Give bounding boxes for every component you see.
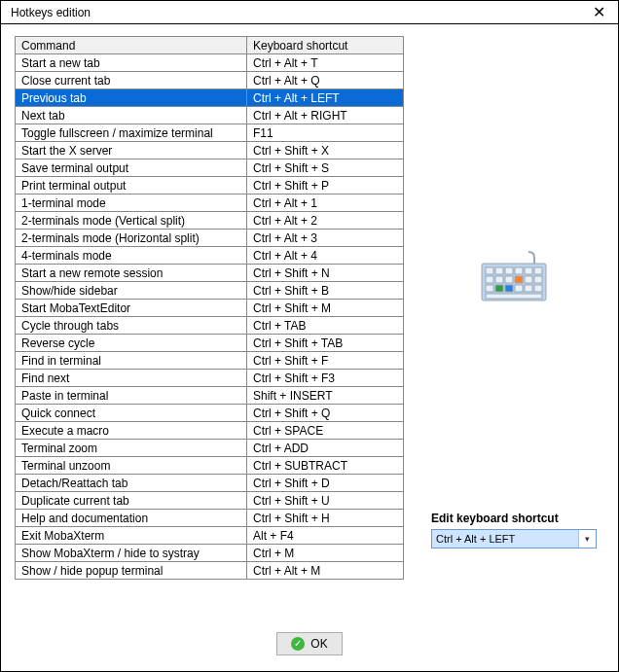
cell-command: Paste in terminal <box>16 387 247 405</box>
cell-shortcut: Ctrl + TAB <box>247 317 404 335</box>
ok-button[interactable]: ✓ OK <box>276 632 342 655</box>
cell-command: Cycle through tabs <box>16 317 247 335</box>
cell-shortcut: Ctrl + Shift + N <box>247 265 404 282</box>
shortcut-combobox[interactable]: Ctrl + Alt + LEFT ▾ <box>431 529 597 548</box>
cell-shortcut: Ctrl + Shift + B <box>247 282 404 300</box>
cell-shortcut: Ctrl + Shift + Q <box>247 405 404 422</box>
cell-shortcut: Ctrl + Shift + TAB <box>247 335 404 352</box>
cell-shortcut: Ctrl + Alt + 3 <box>247 230 404 247</box>
titlebar: Hotkeys edition ✕ <box>1 1 618 24</box>
hotkeys-table[interactable]: Command Keyboard shortcut Start a new ta… <box>15 36 404 580</box>
table-row[interactable]: Terminal unzoomCtrl + SUBTRACT <box>16 457 404 475</box>
table-row[interactable]: Find nextCtrl + Shift + F3 <box>16 370 404 387</box>
cell-shortcut: Ctrl + Shift + M <box>247 300 404 317</box>
table-row[interactable]: Detach/Reattach tabCtrl + Shift + D <box>16 475 404 492</box>
shortcut-value: Ctrl + Alt + LEFT <box>432 530 578 548</box>
table-row[interactable]: Start the X serverCtrl + Shift + X <box>16 142 404 159</box>
cell-command: Save terminal output <box>16 159 247 177</box>
cell-command: Detach/Reattach tab <box>16 475 247 492</box>
header-command[interactable]: Command <box>16 37 247 54</box>
table-row[interactable]: Show / hide popup terminalCtrl + Alt + M <box>16 562 404 580</box>
cell-command: Show / hide popup terminal <box>16 562 247 580</box>
cell-shortcut: Shift + INSERT <box>247 387 404 405</box>
cell-command: Print terminal output <box>16 177 247 195</box>
cell-shortcut: Ctrl + Shift + X <box>247 142 404 159</box>
table-row[interactable]: Terminal zoomCtrl + ADD <box>16 440 404 457</box>
table-row[interactable]: Start MobaTextEditorCtrl + Shift + M <box>16 300 404 317</box>
table-row[interactable]: Close current tabCtrl + Alt + Q <box>16 72 404 89</box>
cell-command: Terminal unzoom <box>16 457 247 475</box>
table-row[interactable]: Duplicate current tabCtrl + Shift + U <box>16 492 404 510</box>
cell-command: 2-terminals mode (Horizontal split) <box>16 230 247 247</box>
close-button[interactable]: ✕ <box>587 5 610 20</box>
svg-rect-10 <box>525 276 532 283</box>
cell-command: Show/hide sidebar <box>16 282 247 300</box>
cell-shortcut: Ctrl + Alt + 1 <box>247 195 404 212</box>
edit-shortcut-label: Edit keyboard shortcut <box>431 512 597 525</box>
cell-command: Execute a macro <box>16 422 247 440</box>
table-row[interactable]: Next tabCtrl + Alt + RIGHT <box>16 107 404 124</box>
cell-shortcut: Ctrl + ADD <box>247 440 404 457</box>
svg-rect-2 <box>495 267 503 274</box>
cell-shortcut: Ctrl + Shift + D <box>247 475 404 492</box>
svg-rect-5 <box>525 267 532 274</box>
table-row[interactable]: Reverse cycleCtrl + Shift + TAB <box>16 335 404 352</box>
table-row[interactable]: Show/hide sidebarCtrl + Shift + B <box>16 282 404 300</box>
table-row[interactable]: Save terminal outputCtrl + Shift + S <box>16 159 404 177</box>
cell-command: 4-terminals mode <box>16 247 247 265</box>
cell-shortcut: Ctrl + Shift + P <box>247 177 404 195</box>
cell-command: Start a new remote session <box>16 265 247 282</box>
cell-command: Next tab <box>16 107 247 124</box>
table-row[interactable]: Start a new tabCtrl + Alt + T <box>16 54 404 72</box>
svg-rect-18 <box>505 285 513 292</box>
svg-rect-11 <box>534 276 542 283</box>
cell-command: 1-terminal mode <box>16 195 247 212</box>
table-row[interactable]: 2-terminals mode (Vertical split)Ctrl + … <box>16 212 404 230</box>
table-header-row: Command Keyboard shortcut <box>16 37 404 54</box>
header-shortcut[interactable]: Keyboard shortcut <box>247 37 404 54</box>
cell-shortcut: Ctrl + Alt + LEFT <box>247 89 404 107</box>
table-row[interactable]: Toggle fullscreen / maximize terminalF11 <box>16 124 404 142</box>
cell-shortcut: Ctrl + M <box>247 545 404 562</box>
content-area: Command Keyboard shortcut Start a new ta… <box>1 24 618 617</box>
cell-command: Help and documentation <box>16 510 247 527</box>
cell-shortcut: Ctrl + Shift + H <box>247 510 404 527</box>
svg-rect-13 <box>515 285 523 292</box>
cell-command: 2-terminals mode (Vertical split) <box>16 212 247 230</box>
cell-shortcut: Ctrl + Shift + F3 <box>247 370 404 387</box>
cell-shortcut: Ctrl + SUBTRACT <box>247 457 404 475</box>
dialog-footer: ✓ OK <box>1 617 618 671</box>
cell-command: Start MobaTextEditor <box>16 300 247 317</box>
cell-command: Terminal zoom <box>16 440 247 457</box>
cell-shortcut: Ctrl + Alt + Q <box>247 72 404 89</box>
table-row[interactable]: 2-terminals mode (Horizontal split)Ctrl … <box>16 230 404 247</box>
table-row[interactable]: Cycle through tabsCtrl + TAB <box>16 317 404 335</box>
hotkeys-dialog: Hotkeys edition ✕ Command Keyboard short… <box>0 0 619 672</box>
chevron-down-icon[interactable]: ▾ <box>578 530 596 548</box>
table-row[interactable]: Exit MobaXtermAlt + F4 <box>16 527 404 545</box>
table-row[interactable]: Quick connectCtrl + Shift + Q <box>16 405 404 422</box>
cell-command: Find in terminal <box>16 352 247 370</box>
table-row[interactable]: Previous tabCtrl + Alt + LEFT <box>16 89 404 107</box>
table-row[interactable]: 4-terminals modeCtrl + Alt + 4 <box>16 247 404 265</box>
cell-command: Quick connect <box>16 405 247 422</box>
table-row[interactable]: Find in terminalCtrl + Shift + F <box>16 352 404 370</box>
edit-shortcut-block: Edit keyboard shortcut Ctrl + Alt + LEFT… <box>431 512 597 548</box>
hotkeys-table-container: Command Keyboard shortcut Start a new ta… <box>15 36 404 607</box>
table-row[interactable]: Execute a macroCtrl + SPACE <box>16 422 404 440</box>
table-row[interactable]: Show MobaXterm / hide to systrayCtrl + M <box>16 545 404 562</box>
cell-command: Toggle fullscreen / maximize terminal <box>16 124 247 142</box>
cell-command: Show MobaXterm / hide to systray <box>16 545 247 562</box>
table-row[interactable]: Help and documentationCtrl + Shift + H <box>16 510 404 527</box>
cell-command: Start the X server <box>16 142 247 159</box>
table-row[interactable]: Paste in terminalShift + INSERT <box>16 387 404 405</box>
svg-rect-6 <box>534 267 542 274</box>
table-row[interactable]: Print terminal outputCtrl + Shift + P <box>16 177 404 195</box>
svg-rect-14 <box>525 285 532 292</box>
svg-rect-12 <box>486 285 493 292</box>
cell-shortcut: Ctrl + Alt + 4 <box>247 247 404 265</box>
svg-rect-4 <box>515 267 523 274</box>
cell-shortcut: Ctrl + Alt + T <box>247 54 404 72</box>
table-row[interactable]: Start a new remote sessionCtrl + Shift +… <box>16 265 404 282</box>
table-row[interactable]: 1-terminal modeCtrl + Alt + 1 <box>16 195 404 212</box>
